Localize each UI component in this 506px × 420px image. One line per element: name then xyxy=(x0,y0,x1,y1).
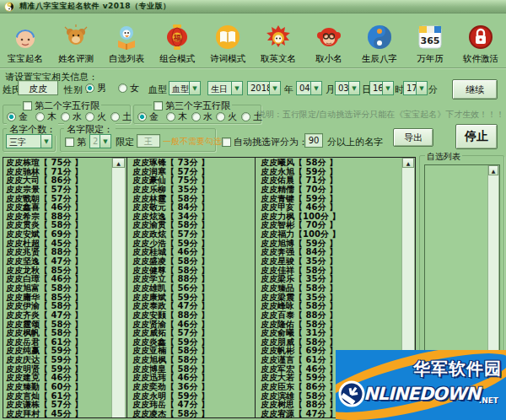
radio-dot xyxy=(241,112,250,121)
radio-dot xyxy=(191,112,201,121)
toolbar-label: 软件激活 xyxy=(463,53,498,65)
wuxing2-radio-jin[interactable]: 金 xyxy=(7,110,28,123)
checkbox-box xyxy=(153,101,163,110)
continue-button[interactable]: 继续 xyxy=(452,79,498,100)
name-item[interactable]: 皮皮乐柳【 35分 】 xyxy=(132,186,237,195)
birthday-type-select[interactable]: 生日 ▼ xyxy=(207,81,243,95)
radio-dot xyxy=(7,112,16,121)
limit-position-select[interactable]: 2 ▼ xyxy=(89,134,111,148)
hour-select[interactable]: 16 ▼ xyxy=(369,81,394,95)
chevron-down-icon[interactable]: ▼ xyxy=(231,82,242,94)
chevron-down-icon[interactable]: ▼ xyxy=(310,82,321,94)
toolbar-button-name-test[interactable]: 姓名评测 xyxy=(51,13,101,67)
chevron-down-icon[interactable]: ▼ xyxy=(348,82,359,94)
select-value: 2 xyxy=(90,135,100,148)
name-item[interactable]: 皮皮齐炎【 47分 】 xyxy=(6,311,110,320)
toolbar-button-combine-mode[interactable]: 福 组合模式 xyxy=(152,13,202,67)
wuxing2-radio-huo[interactable]: 火 xyxy=(85,110,106,123)
select-value: 04 xyxy=(297,82,310,94)
select-value: 17 xyxy=(404,82,416,94)
chevron-down-icon[interactable]: ▼ xyxy=(40,135,51,148)
radio-dot xyxy=(137,112,147,121)
app-window: { "window": { "title": "精准八字宝宝起名软件 v2018… xyxy=(0,0,506,420)
name-item[interactable]: 皮皮拜村【 45分 】 xyxy=(6,410,110,417)
toolbar-label: 组合模式 xyxy=(159,53,195,65)
radio-dot xyxy=(166,112,175,121)
limit-char-input[interactable]: 王 xyxy=(137,134,160,148)
radio-label: 男 xyxy=(97,82,106,94)
wuxing2-radio-mu[interactable]: 木 xyxy=(35,110,57,123)
toolbar-button-baby-naming[interactable]: 宝宝起名 xyxy=(0,13,51,67)
toolbar-button-nickname[interactable]: 取小名 xyxy=(304,13,354,67)
month-select[interactable]: 04 ▼ xyxy=(296,81,322,95)
toolbar-button-activate[interactable]: 软件激活 xyxy=(455,13,506,67)
radio-label: 水 xyxy=(73,110,82,123)
watermark-banner: 华军软件园 NLINEDOWN .NET xyxy=(336,350,506,420)
name-item[interactable]: 皮皮百泰【 88分 】 xyxy=(261,311,365,320)
svg-text:365: 365 xyxy=(421,35,440,46)
radio-dot xyxy=(61,112,70,121)
toolbar-button-bazi[interactable]: 生辰八字 xyxy=(354,13,405,67)
toolbar-button-calendar[interactable]: 365 万年历 xyxy=(405,13,455,67)
select-value: 2018 xyxy=(248,82,269,94)
yinyang-icon xyxy=(366,24,393,51)
radio-label: 女 xyxy=(130,82,139,94)
column1-scrollbar[interactable]: ▲ xyxy=(111,158,126,417)
auto-pick-score-input[interactable]: 90 xyxy=(304,133,323,148)
name-item[interactable]: 皮皮精儒【 70分 】 xyxy=(261,186,365,195)
radio-label: 金 xyxy=(19,110,28,123)
scroll-up-icon[interactable]: ▲ xyxy=(488,165,498,175)
chevron-down-icon[interactable]: ▼ xyxy=(416,82,427,94)
name-item[interactable]: 皮皮旭富【 58分 】 xyxy=(6,284,110,293)
wuxing3-radio-huo[interactable]: 火 xyxy=(216,110,237,123)
chevron-down-icon[interactable]: ▼ xyxy=(100,135,110,148)
svg-text:福: 福 xyxy=(173,34,181,42)
chevron-down-icon[interactable]: ▼ xyxy=(382,82,393,94)
toolbar-button-custom-list[interactable]: 自选列表 xyxy=(101,13,152,67)
checkbox-box xyxy=(23,101,32,110)
chevron-down-icon[interactable]: ▼ xyxy=(269,82,280,94)
column-divider xyxy=(126,158,127,417)
blood-select[interactable]: 血型 ▼ xyxy=(169,81,201,95)
minute-select[interactable]: 17 ▼ xyxy=(403,81,428,95)
wuxing3-radio-jin[interactable]: 金 xyxy=(137,110,159,123)
wuxing2-radio-shui[interactable]: 水 xyxy=(61,110,82,123)
radio-dot xyxy=(118,83,127,93)
year-select[interactable]: 2018 ▼ xyxy=(247,81,281,95)
gender-female-radio[interactable]: 女 xyxy=(118,82,139,94)
select-value: 03 xyxy=(336,82,348,94)
name-item[interactable]: 皮皮宗景【 57分 】 xyxy=(6,186,110,195)
radio-dot xyxy=(110,112,120,121)
name-item[interactable]: 皮皮凌杰【 58分 】 xyxy=(132,410,237,417)
name-item[interactable]: 皮皮雄凯【 56分 】 xyxy=(132,284,237,293)
watermark-domain: NLINEDOWN xyxy=(363,384,480,404)
checkbox-label: 自动挑选评分为： xyxy=(234,136,308,148)
surname-input[interactable]: 皮皮 xyxy=(18,80,58,95)
limit-checkbox[interactable]: 第 xyxy=(65,136,86,148)
toolbar-button-poetry-mode[interactable]: 诗词模式 xyxy=(202,13,253,67)
calendar-365-icon: 365 xyxy=(417,24,444,51)
wuxing3-radio-mu[interactable]: 木 xyxy=(166,110,187,123)
gender-male-radio[interactable]: 男 xyxy=(85,82,106,94)
toolbar-label: 万年历 xyxy=(417,53,444,65)
name-count-select[interactable]: 三字 ▼ xyxy=(6,134,52,148)
stop-button[interactable]: 停止 xyxy=(455,124,498,149)
auto-pick-checkbox[interactable]: 自动挑选评分为： xyxy=(222,136,308,148)
poetry-book-icon xyxy=(214,24,241,51)
chevron-down-icon[interactable]: ▼ xyxy=(189,82,200,94)
minute-unit: 分 xyxy=(428,83,438,96)
day-select[interactable]: 03 ▼ xyxy=(335,81,360,95)
toolbar-button-english-name[interactable]: 取英文名 xyxy=(253,13,304,67)
export-button[interactable]: 导出 xyxy=(393,128,433,147)
column-divider xyxy=(255,158,256,417)
year-unit: 年 xyxy=(284,83,293,96)
name-item[interactable]: 皮皮安颢【 88分 】 xyxy=(132,311,237,320)
scroll-up-icon[interactable]: ▲ xyxy=(112,158,125,168)
wuxing3-radio-shui[interactable]: 水 xyxy=(191,110,213,123)
name-item[interactable]: 皮皮臻品【 58分 】 xyxy=(261,284,365,293)
select-value: 血型 xyxy=(170,82,189,94)
wuxing2-radio-tu[interactable]: 土 xyxy=(110,110,132,123)
toolbar-label: 生辰八字 xyxy=(362,53,397,65)
radio-label: 木 xyxy=(178,110,187,123)
scroll-up-icon[interactable]: ▲ xyxy=(402,158,414,168)
